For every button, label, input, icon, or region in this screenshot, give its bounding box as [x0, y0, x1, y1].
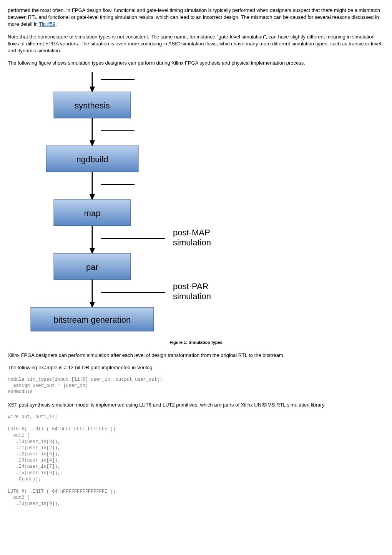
- paragraph-4: Xilinx FPGA designers can perform simula…: [8, 352, 384, 359]
- paragraph-1: performed the most often. In FPGA design…: [8, 7, 384, 28]
- simulation-types-diagram: synthesis ngdbuild map post-MAP simulati…: [8, 72, 346, 333]
- paragraph-3: The following figure shows simulation ty…: [8, 60, 384, 67]
- paragraph-6: XST post-synthesis simulation model is i…: [8, 402, 384, 408]
- paragraph-5: The following example is a 12-bit OR gat…: [8, 364, 384, 371]
- paragraph-2: Note that the nomenclature of simulation…: [8, 33, 384, 55]
- code-block-2: wire out, out1_14; LUT6 #( .INIT ( 64'hF…: [8, 414, 384, 507]
- box-ngdbuild: ngdbuild: [76, 155, 108, 164]
- figure-caption: Figure 1: Simulation types: [8, 340, 384, 345]
- box-synthesis: synthesis: [75, 101, 110, 110]
- tip-link[interactable]: Tip #59: [39, 21, 55, 27]
- box-bitstream: bitstream generation: [54, 315, 131, 325]
- box-map: map: [84, 208, 101, 218]
- box-par: par: [86, 262, 98, 272]
- code-block-1: module sim_types(input [11:0] user_in, o…: [8, 377, 384, 395]
- figure-1: synthesis ngdbuild map post-MAP simulati…: [8, 72, 384, 333]
- paragraph-1-text-b: .: [55, 21, 57, 27]
- label-post-par: post-PAR simulation: [173, 282, 211, 301]
- paragraph-1-text-a: performed the most often. In FPGA design…: [8, 7, 380, 27]
- label-post-map: post-MAP simulation: [173, 228, 212, 247]
